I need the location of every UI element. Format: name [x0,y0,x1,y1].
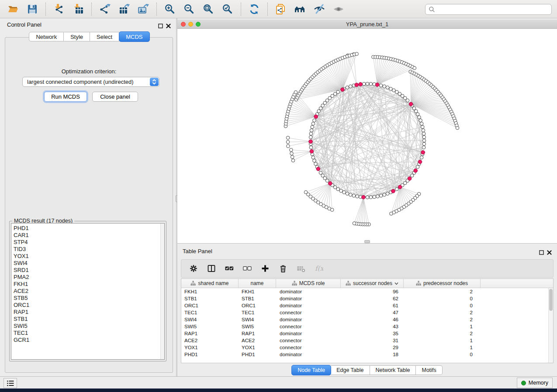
cell-predecessor-nodes[interactable]: 1 [404,324,481,329]
mcds-result-list[interactable]: PHD1CAR1STP4TID3YOX1SWI4SRD1PMA2FKH1ACE2… [11,223,165,360]
node[interactable] [287,144,290,148]
show-columns-button[interactable] [206,263,217,274]
import-network-button[interactable] [52,2,66,16]
cell-successor-nodes[interactable]: 29 [341,345,404,350]
mcds-result-item[interactable]: GCR1 [14,337,164,344]
cell-predecessor-nodes[interactable]: 2 [404,317,481,322]
node[interactable] [422,142,426,146]
node[interactable] [390,212,393,216]
cell-predecessor-nodes[interactable]: 2 [404,310,481,315]
tab-motifs[interactable]: Motifs [416,365,442,375]
node[interactable] [355,52,359,56]
run-mcds-button[interactable]: Run MCDS [44,92,87,102]
cell-successor-nodes[interactable]: 96 [341,289,404,294]
cell-predecessor-nodes[interactable]: 1 [404,345,481,350]
open-file-button[interactable] [6,2,20,16]
close-panel-button[interactable]: Close panel [92,92,138,102]
table-row[interactable]: ACE2ACE2connector311 [181,337,553,344]
table-row[interactable]: ORC1ORC1dominator610 [181,302,553,309]
node[interactable] [353,222,356,225]
table-row[interactable]: YOX1YOX1connector291 [181,344,553,351]
minimize-window-icon[interactable] [188,22,193,27]
node[interactable] [325,179,329,182]
node[interactable] [379,84,383,87]
cell-successor-nodes[interactable]: 43 [341,324,404,329]
column-header-predecessor-nodes[interactable]: predecessor nodes [404,279,481,288]
cell-name[interactable]: ACE2 [239,338,276,343]
node[interactable] [420,122,423,126]
node[interactable] [362,82,366,86]
node[interactable] [336,188,340,191]
table-row[interactable]: FKH1FKH1dominator962 [181,288,553,295]
network-canvas[interactable] [177,29,557,243]
select-all-button[interactable] [224,263,235,274]
node[interactable] [422,139,426,142]
mcds-result-item[interactable]: STB5 [14,295,164,302]
hide-selected-button[interactable] [312,2,326,16]
mcds-node[interactable] [359,83,363,86]
table-scrollbar-track[interactable] [548,288,553,363]
show-all-button[interactable] [332,2,346,16]
tab-mcds[interactable]: MCDS [119,31,149,42]
cell-successor-nodes[interactable]: 62 [341,296,404,301]
node[interactable] [422,135,426,139]
node[interactable] [422,132,426,136]
node[interactable] [366,196,369,199]
cell-shared-name[interactable]: RAP1 [181,331,239,336]
tab-node-table[interactable]: Node Table [291,365,331,375]
mcds-result-item[interactable]: CAR1 [14,232,164,239]
cell-successor-nodes[interactable]: 47 [341,310,404,315]
cell-predecessor-nodes[interactable]: 0 [404,303,481,308]
cell-shared-name[interactable]: YOX1 [181,345,239,350]
first-neighbors-button[interactable] [293,2,307,16]
node[interactable] [311,122,315,126]
node[interactable] [395,188,399,191]
node[interactable] [349,85,353,88]
node[interactable] [419,119,422,122]
node[interactable] [383,193,386,196]
tab-edge-table[interactable]: Edge Table [331,365,370,375]
cell-name[interactable]: TEC1 [239,310,276,315]
cell-name[interactable]: FKH1 [239,289,276,294]
cell-MCDS-role[interactable]: connector [276,338,341,343]
mcds-node[interactable] [309,140,313,144]
zoom-selected-button[interactable] [221,2,235,16]
node[interactable] [413,66,416,70]
mcds-node[interactable] [409,102,413,106]
cell-predecessor-nodes[interactable]: 0 [404,296,481,301]
cell-shared-name[interactable]: ORC1 [181,303,239,308]
node[interactable] [339,189,343,193]
mcds-node[interactable] [418,160,422,164]
memory-button[interactable]: Memory [517,378,553,388]
node[interactable] [311,125,314,129]
save-session-button[interactable] [25,2,39,16]
cell-successor-nodes[interactable]: 35 [341,331,404,336]
add-column-button[interactable] [260,263,270,274]
node[interactable] [392,89,396,92]
cell-MCDS-role[interactable]: connector [276,345,341,350]
zoom-in-button[interactable] [163,2,177,16]
cell-successor-nodes[interactable]: 18 [341,352,404,357]
node[interactable] [304,191,308,194]
node[interactable] [352,194,356,197]
show-panels-menu-button[interactable] [3,378,17,388]
export-table-button[interactable] [117,2,131,16]
cell-predecessor-nodes[interactable]: 2 [404,331,481,336]
node[interactable] [422,146,426,149]
mcds-node[interactable] [375,83,379,87]
table-row[interactable]: SWI4SWI4dominator462 [181,316,553,323]
tab-network[interactable]: Network [29,32,64,41]
cell-predecessor-nodes[interactable]: 2 [404,289,481,294]
mcds-node[interactable] [341,88,345,92]
cell-MCDS-role[interactable]: dominator [276,317,341,322]
mcds-result-item[interactable]: FKH1 [14,281,164,288]
cell-name[interactable]: PHD1 [239,352,276,357]
tab-style[interactable]: Style [64,32,90,41]
mcds-node[interactable] [398,185,402,189]
list-scrollbar-track[interactable] [160,224,164,359]
mcds-node[interactable] [355,83,359,87]
network-graph[interactable] [177,29,557,243]
node[interactable] [386,192,389,196]
node[interactable] [456,126,459,130]
float-table-panel-icon[interactable] [539,249,544,257]
